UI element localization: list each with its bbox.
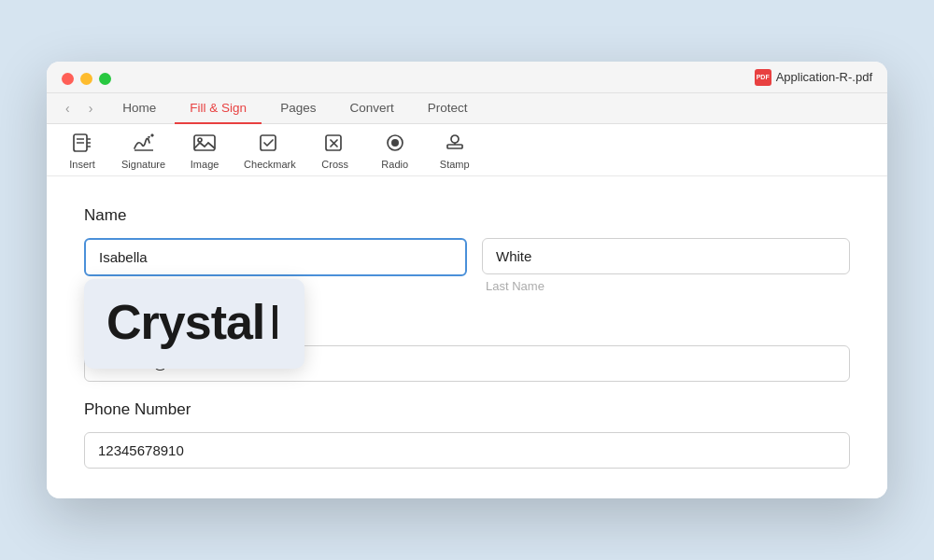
tool-image[interactable]: Image: [184, 130, 225, 170]
nav-forward-button[interactable]: ›: [85, 95, 97, 121]
icon-toolbar: Insert ▾ Signature: [47, 124, 887, 176]
tab-fill-sign[interactable]: Fill & Sign: [175, 93, 262, 124]
tab-home[interactable]: Home: [107, 93, 171, 124]
insert-icon: [69, 130, 95, 156]
titlebar: PDF Application-R-.pdf: [47, 62, 887, 93]
insert-label: Insert: [69, 159, 95, 170]
image-label: Image: [191, 159, 219, 170]
svg-point-17: [451, 135, 459, 143]
menu-tabs: ‹ › Home Fill & Sign Pages Convert Prote…: [47, 93, 887, 124]
cross-label: Cross: [321, 159, 348, 170]
svg-rect-18: [447, 145, 462, 148]
last-name-input[interactable]: [482, 238, 850, 274]
phone-input[interactable]: [84, 432, 850, 469]
stamp-icon: [442, 130, 468, 156]
signature-label: Signature: [121, 159, 165, 170]
autocomplete-popup: Crystal I: [84, 279, 304, 369]
svg-marker-7: [150, 133, 154, 137]
checkmark-icon: [257, 130, 283, 156]
radio-label: Radio: [381, 159, 408, 170]
radio-icon: [382, 130, 408, 156]
last-name-wrap: Last Name: [482, 238, 850, 295]
tool-cross[interactable]: Cross: [315, 130, 356, 170]
image-icon: [191, 130, 218, 156]
filename-text: Application-R-.pdf: [776, 70, 872, 84]
app-window: PDF Application-R-.pdf ‹ › Home Fill & S…: [47, 62, 887, 498]
tool-radio[interactable]: Radio: [375, 130, 416, 170]
tab-convert[interactable]: Convert: [334, 93, 408, 124]
tab-protect[interactable]: Protect: [413, 93, 483, 124]
checkmark-label: Checkmark: [244, 159, 296, 170]
last-name-placeholder: Last Name: [482, 279, 850, 293]
tool-signature[interactable]: ▾ Signature: [121, 130, 165, 170]
tab-pages[interactable]: Pages: [265, 93, 331, 124]
phone-label: Phone Number: [84, 400, 850, 419]
filename: PDF Application-R-.pdf: [755, 69, 872, 86]
stamp-label: Stamp: [440, 159, 470, 170]
svg-text:▾: ▾: [148, 134, 150, 140]
pdf-icon: PDF: [755, 69, 771, 86]
autocomplete-text: Crystal: [106, 294, 264, 350]
first-name-wrap: First Name Crystal I: [84, 238, 467, 295]
cross-icon: [322, 130, 348, 156]
name-label: Name: [84, 206, 850, 225]
first-name-input[interactable]: [84, 238, 467, 276]
svg-rect-9: [194, 135, 215, 150]
nav-back-button[interactable]: ‹: [62, 95, 74, 121]
minimize-button[interactable]: [80, 73, 92, 85]
svg-point-10: [198, 138, 202, 142]
form-content: Name First Name Crystal I Last Name Emai…: [47, 176, 887, 498]
svg-rect-11: [261, 135, 276, 150]
phone-section: Phone Number: [84, 400, 850, 469]
name-row: First Name Crystal I Last Name: [84, 238, 850, 295]
traffic-lights: [62, 73, 111, 85]
close-button[interactable]: [62, 73, 74, 85]
tool-checkmark[interactable]: Checkmark: [244, 130, 296, 170]
tool-insert[interactable]: Insert: [62, 130, 103, 170]
autocomplete-cursor: I: [268, 294, 281, 350]
svg-point-16: [391, 139, 399, 147]
signature-icon: ▾: [131, 130, 157, 156]
maximize-button[interactable]: [99, 73, 111, 85]
tool-stamp[interactable]: Stamp: [434, 130, 475, 170]
